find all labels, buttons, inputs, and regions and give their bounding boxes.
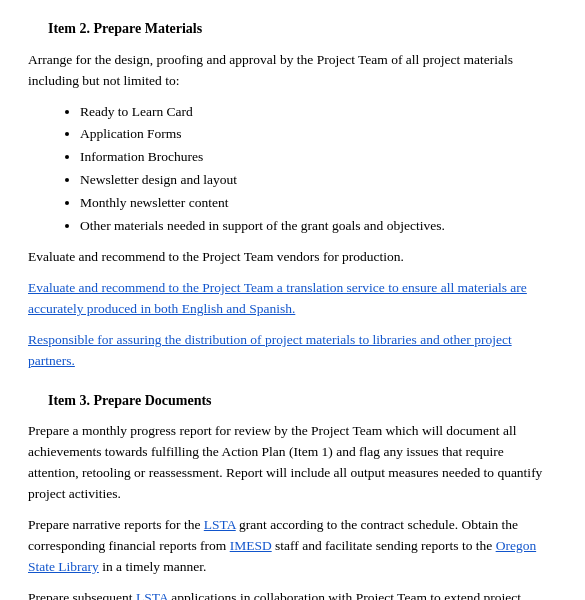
item2-para1: Evaluate and recommend to the Project Te…	[28, 247, 557, 268]
document-content: Item 2. Prepare Materials Arrange for th…	[28, 18, 557, 600]
lsta-link-1[interactable]: LSTA	[204, 517, 236, 532]
list-item: Ready to Learn Card	[80, 102, 557, 123]
list-item: Other materials needed in support of the…	[80, 216, 557, 237]
item2-bullet-list: Ready to Learn Card Application Forms In…	[28, 102, 557, 238]
imesd-link[interactable]: IMESD	[230, 538, 272, 553]
list-item: Newsletter design and layout	[80, 170, 557, 191]
item3-para2: Prepare narrative reports for the LSTA g…	[28, 515, 557, 578]
item3-para2-text4: in a timely manner.	[99, 559, 207, 574]
list-item: Application Forms	[80, 124, 557, 145]
item3-para3-text1: Prepare subsequent	[28, 590, 136, 600]
item3-title: Item 3. Prepare Documents	[28, 390, 557, 412]
item3-para2-text1: Prepare narrative reports for the	[28, 517, 204, 532]
lsta-link-2[interactable]: LSTA	[136, 590, 168, 600]
item2-para2: Evaluate and recommend to the Project Te…	[28, 278, 557, 320]
item3-para3: Prepare subsequent LSTA applications in …	[28, 588, 557, 600]
list-item: Monthly newsletter content	[80, 193, 557, 214]
item3-para1: Prepare a monthly progress report for re…	[28, 421, 557, 505]
item2-intro: Arrange for the design, proofing and app…	[28, 50, 557, 92]
list-item: Information Brochures	[80, 147, 557, 168]
item2-para3: Responsible for assuring the distributio…	[28, 330, 557, 372]
item2-title: Item 2. Prepare Materials	[28, 18, 557, 40]
item3-para2-text3: staff and facilitate sending reports to …	[272, 538, 496, 553]
